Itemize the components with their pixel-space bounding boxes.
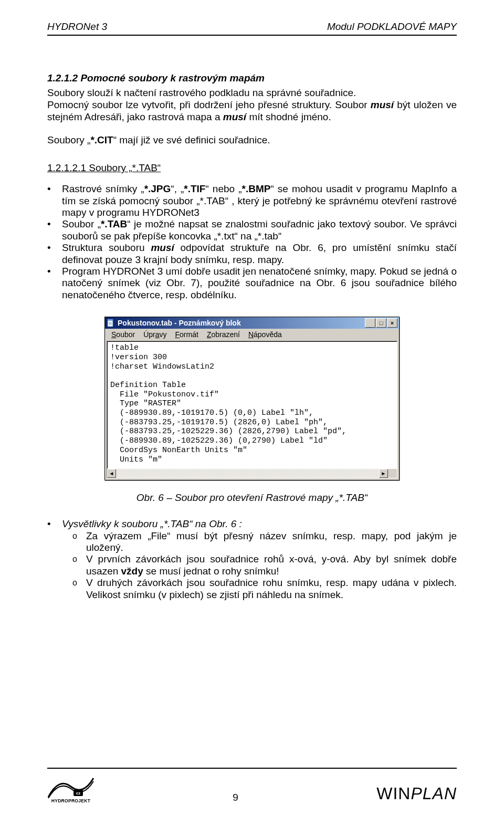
sub-bullet-list: Za výrazem „File“ musí být přesný název … bbox=[62, 530, 457, 601]
menu-soubor[interactable]: Soubor bbox=[107, 329, 139, 340]
brand-plan: PLAN bbox=[411, 784, 457, 803]
bullet-list-1: Rastrové snímky „*.JPG“, „*.TIF“ nebo „*… bbox=[47, 183, 457, 301]
svg-text:HYDROPROJEKT: HYDROPROJEKT bbox=[51, 798, 91, 803]
winplan-brand: WINPLAN bbox=[376, 784, 457, 803]
figure-caption: Obr. 6 – Soubor pro otevření Rastrové ma… bbox=[47, 492, 457, 504]
brand-win: WIN bbox=[376, 784, 411, 803]
notepad-text-area[interactable]: !table !version 300 !charset WindowsLati… bbox=[107, 341, 397, 478]
minimize-button[interactable]: _ bbox=[365, 318, 375, 328]
section-para1-musi2: musí bbox=[223, 111, 246, 122]
bullet-text-bold: musí bbox=[151, 242, 174, 253]
bullet-text: Soubor „*.TAB“ je možné napsat se znalos… bbox=[62, 218, 457, 241]
page-footer: cz HYDROPROJEKT 9 WINPLAN bbox=[47, 768, 457, 803]
close-button[interactable]: × bbox=[387, 318, 397, 328]
section-para1-post: mít shodné jméno. bbox=[246, 111, 331, 122]
notepad-app-icon bbox=[107, 319, 115, 327]
scroll-left-button[interactable]: ◄ bbox=[107, 469, 116, 478]
section-para1-musi: musí bbox=[371, 99, 394, 110]
bullet-list-2: Vysvětlivky k souboru „*.TAB“ na Obr. 6 … bbox=[47, 518, 457, 601]
page-number: 9 bbox=[94, 792, 376, 803]
bullet-text-pre: Struktura souboru bbox=[62, 242, 151, 253]
menu-upravy[interactable]: Úpravy bbox=[139, 329, 171, 340]
page-header: HYDRONet 3 Modul PODKLADOVÉ MAPY bbox=[47, 21, 457, 36]
notepad-titlebar[interactable]: Pokustonov.tab - Poznámkový blok _ □ × bbox=[105, 317, 399, 329]
bullet-item: Vysvětlivky k souboru „*.TAB“ na Obr. 6 … bbox=[62, 518, 457, 601]
sub-text-post: se musí jednat o rohy snímku! bbox=[143, 566, 279, 577]
footer-rule bbox=[47, 768, 457, 769]
header-right: Modul PODKLADOVÉ MAPY bbox=[327, 21, 457, 33]
hydroprojekt-logo: cz HYDROPROJEKT bbox=[47, 773, 94, 803]
sub-bullet-item: Za výrazem „File“ musí být přesný název … bbox=[86, 530, 457, 554]
section-paragraph-1: Soubory slouží k načtení rastrového podk… bbox=[47, 87, 457, 123]
maximize-button[interactable]: □ bbox=[376, 318, 386, 328]
scroll-corner bbox=[388, 469, 397, 478]
bullet-item: Rastrové snímky „*.JPG“, „*.TIF“ nebo „*… bbox=[62, 183, 457, 218]
section-heading: 1.2.1.2 Pomocné soubory k rastrovým mapá… bbox=[47, 72, 457, 84]
bullet-heading-italic: Vysvětlivky k souboru „*.TAB“ na Obr. 6 … bbox=[62, 518, 242, 529]
horizontal-scrollbar[interactable]: ◄ ► bbox=[107, 468, 397, 478]
scroll-right-button[interactable]: ► bbox=[379, 469, 388, 478]
menu-zobrazeni[interactable]: Zobrazení bbox=[203, 329, 244, 340]
section-para1-line1: Soubory slouží k načtení rastrového podk… bbox=[47, 87, 356, 98]
bullet-item: Soubor „*.TAB“ je možné napsat se znalos… bbox=[62, 218, 457, 242]
sub-text-bold: vždy bbox=[121, 566, 143, 577]
notepad-content[interactable]: !table !version 300 !charset WindowsLati… bbox=[107, 341, 397, 468]
section-para1-pre: Pomocný soubor lze vytvořit, při dodržen… bbox=[47, 99, 371, 110]
notepad-menubar: Soubor Úpravy Formát Zobrazení Nápověda bbox=[105, 329, 399, 340]
scroll-track[interactable] bbox=[116, 469, 379, 478]
svg-rect-1 bbox=[108, 319, 113, 321]
menu-format[interactable]: Formát bbox=[171, 329, 203, 340]
notepad-title-text: Pokustonov.tab - Poznámkový blok bbox=[118, 319, 241, 327]
section-para2-pre: Soubory „ bbox=[47, 134, 90, 145]
sub-bullet-item: V prvních závorkách jsou souřadnice rohů… bbox=[86, 553, 457, 577]
sub-bullet-item: V druhých závorkách jsou souřadnice rohu… bbox=[86, 577, 457, 601]
subsection-heading: 1.2.1.2.1 Soubory „*.TAB“ bbox=[47, 162, 457, 174]
svg-text:cz: cz bbox=[76, 791, 80, 796]
header-left: HYDRONet 3 bbox=[47, 21, 107, 33]
section-para2-post: “ mají již ve své definici souřadnice. bbox=[113, 134, 270, 145]
bullet-text: Rastrové snímky „*.JPG“, „*.TIF“ nebo „*… bbox=[62, 183, 457, 218]
section-para2-cit: *.CIT bbox=[90, 134, 113, 145]
bullet-item: Struktura souboru musí odpovídat struktu… bbox=[62, 242, 457, 266]
section-paragraph-2: Soubory „*.CIT“ mají již ve své definici… bbox=[47, 134, 457, 147]
menu-napoveda[interactable]: Nápověda bbox=[244, 329, 286, 340]
bullet-item: Program HYDRONet 3 umí dobře usadit jen … bbox=[62, 266, 457, 301]
notepad-window: Pokustonov.tab - Poznámkový blok _ □ × S… bbox=[104, 317, 400, 480]
